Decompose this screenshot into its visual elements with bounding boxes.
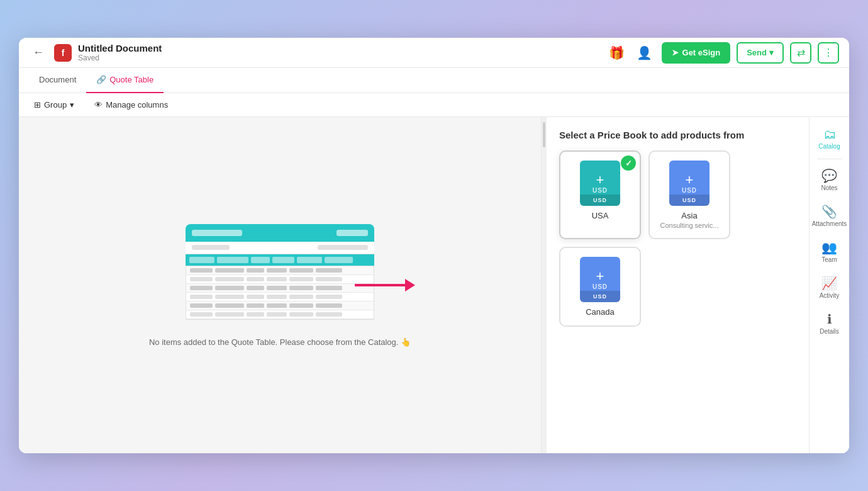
catalog-content: Select a Price Book to add products from… (547, 117, 809, 453)
tab-bar: Document 🔗 Quote Table (19, 68, 849, 93)
share-button[interactable]: ⇄ (790, 42, 811, 64)
send-chevron: ▾ (769, 48, 774, 57)
document-title: Untitled Document (78, 43, 162, 54)
tab-document[interactable]: Document (29, 68, 86, 93)
catalog-title: Select a Price Book to add products from (559, 130, 796, 140)
user-button[interactable]: 👤 (634, 42, 655, 64)
group-icon: ⊞ (34, 100, 41, 110)
more-button[interactable]: ⋮ (818, 42, 839, 64)
price-book-asia[interactable]: + USD USD Asia Consulting servic... (648, 150, 730, 239)
link-icon: 🔗 (96, 75, 106, 84)
team-icon: 👥 (821, 240, 837, 255)
document-subtitle: Saved (78, 54, 162, 62)
more-icon: ⋮ (823, 47, 833, 59)
sidebar-icons: 🗂 Catalog 💬 Notes 📎 Attachments 👥 Team (809, 117, 849, 453)
content-area: No items added to the Quote Table. Pleas… (19, 117, 849, 453)
catalog-icon: 🗂 (823, 127, 836, 142)
sidebar-item-notes[interactable]: 💬 Notes (812, 163, 847, 196)
details-icon: ℹ (827, 312, 832, 327)
attachments-icon: 📎 (821, 204, 837, 219)
share-icon: ⇄ (797, 47, 805, 59)
main-window: ← f Untitled Document Saved 🎁 👤 ➤ Get eS… (19, 38, 849, 453)
get-esign-button[interactable]: ➤ Get eSign (662, 42, 731, 64)
table-illustration (186, 224, 374, 320)
back-button[interactable]: ← (29, 43, 48, 62)
group-chevron: ▾ (70, 100, 74, 110)
eye-icon: 👁 (94, 100, 103, 110)
price-book-name-usa: USA (592, 211, 609, 220)
title-bar: ← f Untitled Document Saved 🎁 👤 ➤ Get eS… (19, 38, 849, 68)
price-book-name-asia: Asia (681, 211, 697, 220)
group-button[interactable]: ⊞ Group ▾ (29, 98, 79, 112)
right-panel: Select a Price Book to add products from… (541, 117, 849, 453)
catalog-scrollbar[interactable] (542, 117, 547, 453)
price-books-grid: ✓ + USD USD USA + USD USD (559, 150, 796, 327)
activity-icon: 📈 (821, 276, 837, 291)
app-logo: f (54, 44, 72, 62)
price-book-sub-asia: Consulting servic... (660, 222, 719, 229)
price-book-canada[interactable]: + USD USD Canada (559, 247, 641, 327)
scrollbar-thumb (543, 122, 545, 147)
sidebar-item-team[interactable]: 👥 Team (812, 235, 847, 268)
empty-message: No items added to the Quote Table. Pleas… (149, 337, 411, 347)
sidebar-item-details[interactable]: ℹ Details (812, 307, 847, 340)
gift-button[interactable]: 🎁 (606, 42, 628, 64)
send-button[interactable]: Send ▾ (737, 42, 784, 64)
price-book-name-canada: Canada (586, 307, 615, 317)
selected-check-usa: ✓ (621, 155, 636, 171)
price-book-icon-usa: + USD USD (580, 161, 620, 206)
manage-columns-button[interactable]: 👁 Manage columns (89, 98, 173, 112)
left-panel: No items added to the Quote Table. Pleas… (19, 117, 541, 453)
pointing-emoji: 👆 (401, 337, 411, 347)
notes-icon: 💬 (821, 168, 837, 183)
price-book-icon-canada: + USD USD (580, 257, 620, 302)
tab-quote-table[interactable]: 🔗 Quote Table (86, 68, 164, 93)
esign-icon: ➤ (672, 48, 679, 57)
price-book-icon-asia: + USD USD (669, 161, 709, 206)
sidebar-item-activity[interactable]: 📈 Activity (812, 271, 847, 304)
price-book-usa[interactable]: ✓ + USD USD USA (559, 150, 641, 239)
toolbar: ⊞ Group ▾ 👁 Manage columns (19, 93, 849, 117)
sidebar-item-attachments[interactable]: 📎 Attachments (812, 199, 847, 232)
arrow-indicator (355, 279, 415, 291)
sidebar-item-catalog[interactable]: 🗂 Catalog (812, 122, 847, 155)
header-actions: 🎁 👤 ➤ Get eSign Send ▾ ⇄ ⋮ (606, 42, 839, 64)
